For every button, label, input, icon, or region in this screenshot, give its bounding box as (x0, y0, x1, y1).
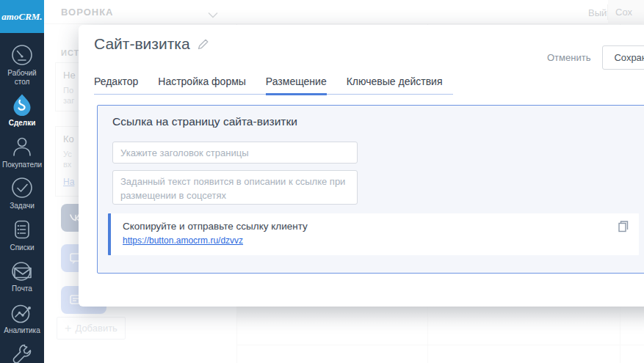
sidebar-item-label: Списки (10, 243, 34, 252)
sidebar-item-deals[interactable]: Сделки (9, 92, 36, 128)
dashboard-icon (10, 43, 35, 67)
sidebar-item-label: Задачи (10, 202, 35, 210)
sidebar-nav: Рабочий стол Сделки Покупатели (0, 33, 44, 363)
link-settings-panel: Ссылка на страницу сайта-визитки Скопиру… (97, 105, 644, 274)
sidebar-item-label: Рабочий стол (1, 69, 43, 86)
sidebar-item-lists[interactable]: Списки (10, 217, 35, 252)
cancel-button[interactable]: Отменить (547, 52, 590, 63)
edit-title-icon[interactable] (198, 39, 209, 50)
analytics-icon (10, 300, 35, 325)
settings-wrench-icon (10, 341, 35, 363)
tab-key-actions[interactable]: Ключевые действия (347, 76, 443, 87)
logo[interactable]: amoCRM. (0, 0, 44, 33)
sidebar-item-label: Сделки (9, 119, 36, 128)
copy-icon[interactable] (617, 220, 630, 233)
sidebar-item-customers[interactable]: Покупатели (2, 134, 42, 169)
copy-link-card: Скопируйте и отправьте ссылку клиенту ht… (108, 213, 639, 255)
lists-icon (10, 217, 35, 242)
tab-form-settings[interactable]: Настройка формы (158, 76, 246, 87)
deals-icon (10, 92, 35, 117)
mail-icon (10, 258, 35, 283)
modal-title-row: Сайт-визитка (94, 35, 209, 53)
sidebar-item-label: Покупатели (2, 161, 42, 169)
logo-text: amoCRM. (1, 11, 42, 23)
sidebar-item-tasks[interactable]: Задачи (10, 175, 35, 210)
tasks-icon (10, 175, 35, 200)
sidebar-item-settings[interactable] (10, 341, 35, 363)
modal-actions: Отменить Сохранить (547, 45, 644, 70)
save-button[interactable]: Сохранить (602, 45, 644, 70)
tab-editor[interactable]: Редактор (94, 76, 138, 87)
sidebar-item-mail[interactable]: Почта (10, 258, 35, 293)
sidebar-item-label: Аналитика (4, 326, 40, 335)
site-card-link[interactable]: https://button.amocrm.ru/dzvvz (123, 235, 243, 246)
modal-tabs: Редактор Настройка формы Размещение Ключ… (94, 76, 453, 95)
page-description-input[interactable] (112, 170, 358, 205)
tab-placement[interactable]: Размещение (266, 76, 327, 87)
site-card-modal: Сайт-визитка Отменить Сохранить Редактор… (79, 25, 644, 307)
sidebar-item-dashboard[interactable]: Рабочий стол (1, 43, 43, 86)
copy-instruction: Скопируйте и отправьте ссылку клиенту (123, 221, 308, 232)
sidebar: amoCRM. Рабочий стол Сделки (0, 0, 44, 363)
app-window: amoCRM. Рабочий стол Сделки (0, 0, 644, 363)
panel-heading: Ссылка на страницу сайта-визитки (112, 115, 297, 128)
page-title-input[interactable] (112, 142, 358, 164)
modal-title: Сайт-визитка (94, 35, 190, 53)
sidebar-item-analytics[interactable]: Аналитика (4, 300, 40, 335)
sidebar-item-label: Почта (12, 285, 32, 293)
customers-icon (10, 134, 35, 159)
